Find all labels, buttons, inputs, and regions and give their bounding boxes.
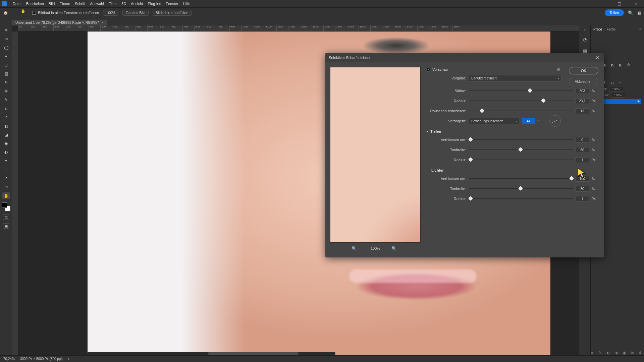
crop-tool-icon[interactable]: ⊡ <box>2 62 10 68</box>
noise-slider[interactable] <box>469 109 573 113</box>
hand-tool-icon[interactable]: ✋ <box>21 9 28 16</box>
move-tool-icon[interactable]: ✥ <box>2 27 10 34</box>
path-tool-icon[interactable]: ↗ <box>2 175 10 182</box>
eye-icon[interactable]: 👁 <box>637 100 640 103</box>
menu-item[interactable]: Ebene <box>59 2 70 6</box>
panel-menu-icon[interactable]: ≡ <box>639 27 641 31</box>
close-tab-icon[interactable]: × <box>102 21 104 24</box>
home-icon[interactable]: 🏠 <box>3 10 9 16</box>
hand-tool-icon[interactable]: ✋ <box>2 192 10 199</box>
status-docinfo[interactable]: 3000 Px × 5000 Px (300 ppi) <box>20 357 63 361</box>
workspace-switch-icon[interactable]: ▦ <box>637 10 641 15</box>
eyedropper-tool-icon[interactable]: ⚲ <box>2 79 10 86</box>
opacity-field[interactable]: 100% <box>609 87 623 92</box>
preset-dropdown[interactable]: Benutzerdefiniert▾ <box>469 75 561 81</box>
fit-screen-button[interactable]: Ganzes Bild <box>122 10 148 16</box>
hl-fade-input[interactable]: 100 <box>576 176 589 182</box>
window-minimize-icon[interactable]: — <box>596 0 608 7</box>
zoom-100-button[interactable]: 100% <box>103 10 118 16</box>
preview-checkbox[interactable]: Vorschau <box>427 67 448 71</box>
blur-tool-icon[interactable]: ◉ <box>2 140 10 147</box>
strength-slider[interactable] <box>469 88 573 93</box>
lasso-tool-icon[interactable]: ◯ <box>2 44 10 51</box>
settings-gear-icon[interactable]: ⚙ <box>555 67 561 72</box>
shadows-section-toggle[interactable]: ▾ Tiefen <box>427 129 598 133</box>
radius-input[interactable]: 23,1 <box>576 98 589 104</box>
angle-dial-icon[interactable] <box>549 115 561 127</box>
menu-item[interactable]: Bearbeiten <box>26 2 44 6</box>
scroll-all-windows-checkbox[interactable]: Bildlauf in allen Fenstern durchführen <box>32 11 99 15</box>
fx-icon[interactable]: fx <box>598 351 602 355</box>
text-tool-icon[interactable]: T <box>2 166 10 173</box>
zoom-in-icon[interactable]: 🔍⁺ <box>391 246 399 251</box>
zoom-out-icon[interactable]: 🔍⁻ <box>352 246 359 251</box>
fill-screen-button[interactable]: Bildschirm ausfüllen <box>153 10 192 16</box>
menu-item[interactable]: Filter <box>109 2 117 6</box>
dodge-tool-icon[interactable]: ◐ <box>2 149 10 156</box>
group-icon[interactable]: ▣ <box>622 351 627 355</box>
window-restore-icon[interactable]: ▢ <box>613 0 625 7</box>
menu-item[interactable]: Hilfe <box>183 2 190 6</box>
radius-slider[interactable] <box>469 99 573 103</box>
cancel-button[interactable]: Abbrechen <box>569 78 598 85</box>
shadow-radius-slider[interactable] <box>469 158 573 162</box>
search-icon[interactable]: 🔍 <box>628 10 633 15</box>
noise-input[interactable]: 13 <box>576 108 589 114</box>
pen-tool-icon[interactable]: ✒ <box>2 158 10 164</box>
highlights-section-toggle[interactable]: Lichter <box>431 168 598 172</box>
brush-tool-icon[interactable]: ✎ <box>2 97 10 103</box>
link-layers-icon[interactable]: ∞ <box>590 351 594 355</box>
marquee-tool-icon[interactable]: ▭ <box>2 36 10 42</box>
new-layer-icon[interactable]: ⊞ <box>630 351 635 355</box>
dialog-titlebar[interactable]: Selektiver Scharfzeichner ✕ <box>325 53 604 62</box>
shadow-tonal-slider[interactable] <box>469 147 573 152</box>
shadow-tonal-input[interactable]: 50 <box>576 147 589 153</box>
menu-item[interactable]: Plug-ins <box>148 2 161 6</box>
chevron-right-icon[interactable]: › <box>68 357 69 361</box>
foreground-color-icon[interactable] <box>2 202 7 208</box>
ok-button[interactable]: OK <box>569 67 598 74</box>
remove-dropdown[interactable]: Bewegungsunschärfe▾ <box>469 118 519 124</box>
brush-panel-icon[interactable]: ◔ <box>581 36 589 43</box>
history-brush-tool-icon[interactable]: ↺ <box>2 114 10 121</box>
document-tab[interactable]: Unbenannt-1 bei 70,2% (girl-2406963 Kopi… <box>12 20 107 25</box>
mask2-icon[interactable]: ◩ <box>609 62 615 67</box>
trash-icon[interactable]: 🗑 <box>626 62 632 67</box>
menu-item[interactable]: Fenster <box>166 2 178 6</box>
shadow-radius-input[interactable]: 1 <box>576 157 589 163</box>
crop2-icon[interactable]: ⊡ <box>609 80 615 85</box>
window-close-icon[interactable]: ✕ <box>630 0 642 7</box>
frame-tool-icon[interactable]: ▧ <box>2 70 10 77</box>
menu-item[interactable]: Schrift <box>75 2 85 6</box>
hl-radius-slider[interactable] <box>469 196 573 201</box>
preview-image[interactable] <box>330 67 421 243</box>
scrollbar-thumb[interactable] <box>208 352 299 355</box>
stamp-tool-icon[interactable]: ⎌ <box>2 105 10 112</box>
shadow-fade-slider[interactable] <box>469 137 573 142</box>
angle-input[interactable]: 41 <box>522 118 535 124</box>
delete-layer-icon[interactable]: 🗑 <box>638 351 643 355</box>
menu-item[interactable]: Bild <box>49 2 55 6</box>
fill-field[interactable]: 100% <box>611 93 625 98</box>
hl-tonal-input[interactable]: 50 <box>576 186 589 192</box>
more-icon[interactable]: ⋯ <box>618 80 624 85</box>
hl-fade-slider[interactable] <box>469 176 573 181</box>
shadow-fade-input[interactable]: 0 <box>576 137 589 143</box>
shape-tool-icon[interactable]: ▭ <box>2 184 10 190</box>
canvas-scrollbar-horizontal[interactable] <box>87 352 335 355</box>
hl-radius-input[interactable]: 1 <box>576 196 589 202</box>
menu-item[interactable]: Ansicht <box>131 2 143 6</box>
tab-pfade[interactable]: Pfade <box>593 27 602 31</box>
wand-tool-icon[interactable]: ✦ <box>2 53 10 60</box>
adjustment-new-icon[interactable]: ◑ <box>614 351 619 355</box>
quickmask-icon[interactable]: ◻ <box>3 215 9 220</box>
heal-tool-icon[interactable]: ✚ <box>2 88 10 95</box>
hl-tonal-slider[interactable] <box>469 186 573 191</box>
mask-new-icon[interactable]: ◐ <box>606 351 610 355</box>
eraser-tool-icon[interactable]: ◧ <box>2 123 10 129</box>
screenmode-icon[interactable]: ▣ <box>3 223 9 229</box>
color-swatch[interactable] <box>2 202 10 211</box>
collapse-panels-icon[interactable]: « <box>584 28 586 32</box>
menu-item[interactable]: 3D <box>121 2 126 6</box>
invert-icon[interactable]: ◧ <box>618 62 624 67</box>
